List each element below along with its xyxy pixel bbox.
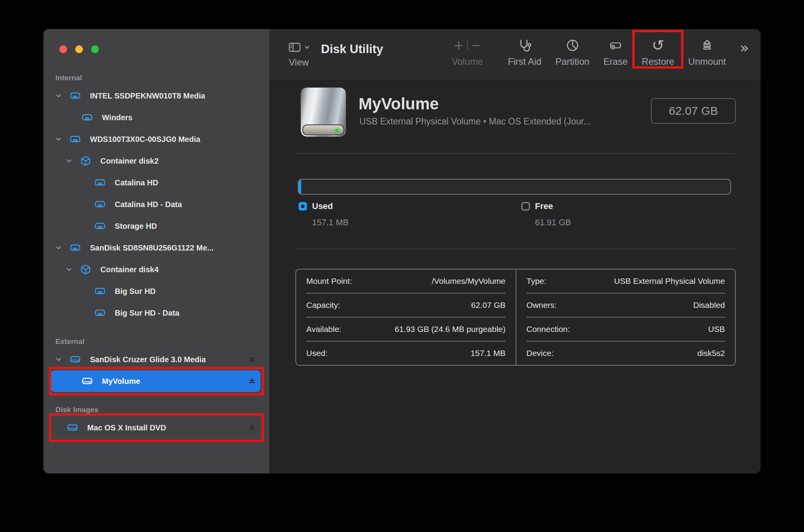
section-header-external: External: [51, 335, 261, 349]
container-box-icon: [80, 155, 91, 167]
sidebar-item-storage-hd[interactable]: Storage HD: [51, 215, 261, 237]
table-row: Owners: Disabled: [516, 294, 735, 317]
volume-title: MyVolume: [359, 95, 439, 113]
used-value: 157.1 MB: [312, 218, 349, 228]
partition-button[interactable]: Partition: [556, 36, 590, 67]
sidebar-item-container-disk4[interactable]: Container disk4: [51, 259, 261, 280]
sidebar-item-big-sur-hd[interactable]: Big Sur HD: [51, 280, 261, 302]
sidebar-item-intel-media[interactable]: INTEL SSDPEKNW010T8 Media: [51, 85, 261, 107]
external-drive-image: [300, 87, 346, 137]
view-control[interactable]: View: [289, 41, 310, 68]
toolbar: View Disk Utility + − Volume: [269, 29, 761, 81]
internal-disk-icon: [69, 133, 81, 145]
drive-led: [335, 129, 339, 132]
unmount-icon: [700, 38, 714, 52]
details-table: Mount Point: /Volumes/MyVolume Capacity:…: [295, 269, 736, 366]
erase-disk-icon: [608, 39, 623, 52]
divider: [295, 249, 735, 249]
details-left-column: Mount Point: /Volumes/MyVolume Capacity:…: [296, 269, 516, 365]
close-button[interactable]: [59, 45, 67, 53]
sidebar-item-winders[interactable]: Winders: [51, 107, 261, 128]
eject-icon[interactable]: [247, 377, 257, 386]
volume-disk-icon: [94, 285, 106, 297]
external-disk-icon: [81, 375, 93, 387]
disclosure-chevron-icon[interactable]: [51, 92, 66, 99]
internal-disk-icon: [69, 90, 81, 102]
divider: [467, 40, 468, 50]
sidebar-item-macos-install-dvd[interactable]: Mac OS X Install DVD: [51, 417, 261, 439]
view-label: View: [289, 57, 309, 68]
window-title: Disk Utility: [321, 42, 383, 56]
eject-icon[interactable]: [247, 355, 257, 364]
used-swatch-icon: [298, 202, 307, 211]
stethoscope-icon: [518, 38, 531, 52]
eject-icon[interactable]: [247, 423, 257, 432]
container-box-icon: [80, 264, 91, 275]
disclosure-chevron-icon[interactable]: [51, 136, 66, 143]
window-controls: [59, 45, 99, 53]
device-list: Internal INTEL SSDPEKNW010T8 Media Winde…: [43, 29, 269, 439]
volume-disk-icon: [94, 199, 106, 210]
sidebar-item-wds-media[interactable]: WDS100T3X0C-00SJG0 Media: [51, 128, 261, 150]
size-badge: 62.07 GB: [651, 98, 736, 124]
disk-utility-window: Internal INTEL SSDPEKNW010T8 Media Winde…: [43, 29, 761, 473]
sidebar-view-icon: [289, 43, 300, 52]
table-row: Available: 61.93 GB (24.6 MB purgeable): [296, 318, 516, 341]
restore-button[interactable]: ↺ Restore: [642, 36, 674, 67]
free-swatch-icon: [521, 202, 530, 211]
sidebar-item-myvolume[interactable]: MyVolume: [51, 370, 261, 392]
sidebar-item-sandisk-cruzer[interactable]: SanDisk Cruzer Glide 3.0 Media: [51, 349, 261, 370]
zoom-button[interactable]: [91, 45, 99, 53]
details-right-column: Type: USB External Physical Volume Owner…: [516, 269, 735, 365]
table-row: Used: 157.1 MB: [296, 342, 516, 365]
first-aid-button[interactable]: First Aid: [508, 36, 542, 67]
table-row: Type: USB External Physical Volume: [516, 269, 735, 293]
sidebar-item-big-sur-hd-data[interactable]: Big Sur HD - Data: [51, 302, 261, 324]
internal-disk-icon: [69, 242, 81, 254]
free-value: 61.91 GB: [535, 218, 571, 228]
volume-disk-icon: [94, 177, 106, 188]
volume-button: + − Volume: [452, 36, 483, 67]
unmount-button[interactable]: Unmount: [688, 36, 726, 67]
add-volume-icon: +: [454, 37, 463, 54]
partition-pie-icon: [566, 39, 579, 52]
disclosure-chevron-icon[interactable]: [51, 244, 66, 251]
disk-image-icon: [67, 422, 78, 434]
volume-disk-icon: [94, 307, 106, 319]
sidebar-item-catalina-hd[interactable]: Catalina HD: [51, 172, 261, 193]
sidebar-item-container-disk2[interactable]: Container disk2: [51, 150, 261, 172]
disclosure-chevron-icon[interactable]: [51, 356, 66, 363]
table-row: Connection: USB: [516, 318, 735, 341]
table-row: Capacity: 62.07 GB: [296, 294, 516, 317]
table-row: Device: disk5s2: [516, 342, 735, 365]
remove-volume-icon: −: [472, 37, 481, 54]
usage-bar: [298, 179, 731, 195]
used-segment: [298, 180, 301, 194]
sidebar-item-catalina-hd-data[interactable]: Catalina HD - Data: [51, 193, 261, 215]
minimize-button[interactable]: [75, 45, 83, 53]
volume-disk-icon: [81, 112, 93, 123]
chevron-down-icon: [304, 44, 310, 50]
section-header-disk-images: Disk Images: [51, 403, 261, 417]
restore-arrow-icon: ↺: [652, 38, 664, 53]
external-disk-icon: [69, 354, 81, 365]
toolbar-overflow-button[interactable]: »: [740, 39, 749, 56]
volume-disk-icon: [94, 220, 106, 232]
divider: [295, 153, 735, 154]
disclosure-chevron-icon[interactable]: [61, 157, 77, 164]
main-content: MyVolume USB External Physical Volume • …: [269, 81, 761, 473]
legend-free: Free 61.91 GB: [521, 201, 571, 228]
erase-button[interactable]: Erase: [604, 36, 628, 67]
volume-subtitle: USB External Physical Volume • Mac OS Ex…: [359, 116, 591, 127]
disclosure-chevron-icon[interactable]: [61, 266, 77, 273]
sidebar-item-sandisk-sd8[interactable]: SanDisk SD8SN8U256G1122 Me...: [51, 237, 261, 259]
table-row: Mount Point: /Volumes/MyVolume: [296, 269, 516, 293]
legend-used: Used 157.1 MB: [298, 201, 349, 228]
sidebar: Internal INTEL SSDPEKNW010T8 Media Winde…: [43, 29, 269, 473]
section-header-internal: Internal: [51, 71, 261, 85]
